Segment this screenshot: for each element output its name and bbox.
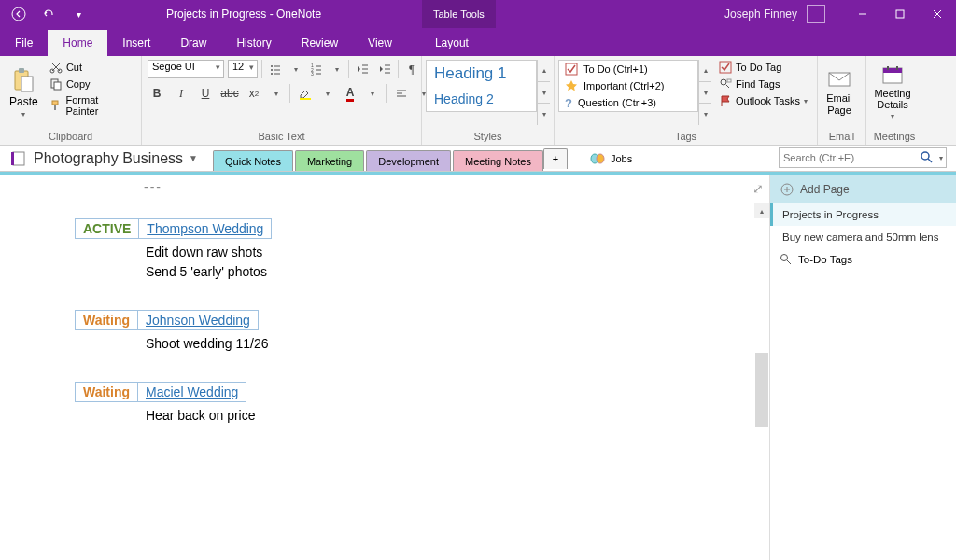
email-page-button[interactable]: Email Page [818, 56, 861, 129]
style-heading2[interactable]: Heading 2 [427, 86, 536, 111]
task-list[interactable]: Hear back on price [146, 406, 769, 426]
minimize-button[interactable] [844, 0, 881, 28]
tag-gallery[interactable]: To Do (Ctrl+1) Important (Ctrl+2) ? Ques… [558, 60, 698, 112]
font-size-select[interactable]: 12 [228, 60, 258, 78]
tab-history[interactable]: History [221, 30, 286, 56]
tag-todo[interactable]: To Do (Ctrl+1) [559, 61, 697, 77]
tag-question[interactable]: ? Question (Ctrl+3) [559, 94, 697, 111]
tag-important[interactable]: Important (Ctrl+2) [559, 77, 697, 94]
subscript-dropdown[interactable]: ▾ [269, 84, 284, 103]
outlook-tasks-button[interactable]: Outlook Tasks ▾ [717, 93, 809, 108]
section-tab[interactable]: Meeting Notes [453, 150, 543, 171]
todo-tags-page[interactable]: To-Do Tags [770, 248, 956, 271]
tab-insert[interactable]: Insert [107, 30, 165, 56]
project-link[interactable]: Thompson Wedding [147, 221, 263, 236]
close-button[interactable] [919, 0, 956, 28]
style-heading1[interactable]: Heading 1 [427, 61, 536, 86]
expand-icon[interactable]: ⤢ [752, 181, 764, 196]
font-color-button[interactable]: A [341, 84, 359, 103]
scroll-thumb[interactable] [755, 353, 768, 427]
todo-tag-button[interactable]: To Do Tag [717, 60, 809, 75]
scroll-up[interactable]: ▴ [754, 203, 769, 218]
project-link[interactable]: Maciel Wedding [146, 385, 238, 399]
task-line[interactable]: Send 5 'early' photos [146, 262, 769, 282]
indent-button[interactable] [375, 60, 394, 78]
project-link[interactable]: Johnson Wedding [146, 313, 250, 328]
task-line[interactable]: Shoot wedding 11/26 [146, 334, 769, 354]
search-box[interactable]: ▾ [779, 147, 947, 168]
tab-file[interactable]: File [0, 30, 48, 56]
italic-button[interactable]: I [172, 84, 190, 103]
user-name[interactable]: Joseph Finney [724, 7, 797, 21]
project-name-cell[interactable]: Maciel Wedding [138, 383, 246, 402]
project-status[interactable]: Waiting [76, 311, 138, 330]
page-item[interactable]: Buy new camera and 50mm lens [770, 226, 956, 248]
copy-button[interactable]: Copy [46, 77, 135, 91]
highlight-button[interactable] [296, 84, 315, 103]
task-line[interactable]: Hear back on price [146, 406, 769, 426]
format-painter-button[interactable]: Format Painter [46, 93, 135, 118]
tab-review[interactable]: Review [287, 30, 353, 56]
project-name-cell[interactable]: Johnson Wedding [138, 311, 259, 330]
maximize-button[interactable] [881, 0, 919, 28]
cut-button[interactable]: Cut [46, 60, 135, 75]
underline-button[interactable]: U [196, 84, 215, 103]
paragraph-mark-button[interactable]: ¶ [402, 60, 421, 78]
search-scope-dropdown[interactable]: ▾ [936, 154, 946, 162]
vertical-scrollbar[interactable]: ▴ [754, 203, 769, 560]
section-tab[interactable]: Development [366, 150, 451, 171]
subscript-button[interactable]: x2 [245, 84, 263, 103]
numbering-button[interactable]: 123 [307, 60, 326, 78]
qat-customize[interactable]: ▾ [67, 3, 90, 25]
bullets-button[interactable] [266, 60, 285, 78]
project-block[interactable]: WaitingJohnson WeddingShoot wedding 11/2… [75, 310, 769, 354]
font-color-dropdown[interactable]: ▾ [365, 84, 380, 103]
project-block[interactable]: WaitingMaciel WeddingHear back on price [75, 382, 769, 426]
project-table[interactable]: WaitingMaciel Wedding [75, 382, 246, 402]
numbering-dropdown[interactable]: ▾ [330, 60, 344, 78]
back-button[interactable] [7, 3, 30, 25]
bullets-dropdown[interactable]: ▾ [288, 60, 303, 78]
meeting-details-button[interactable]: Meeting Details ▾ [866, 56, 919, 129]
tab-view[interactable]: View [353, 30, 407, 56]
tab-home[interactable]: Home [48, 30, 107, 56]
outdent-button[interactable] [353, 60, 372, 78]
highlight-dropdown[interactable]: ▾ [320, 84, 335, 103]
section-tab[interactable]: Marketing [295, 150, 364, 171]
styles-gallery[interactable]: Heading 1 Heading 2 [426, 60, 537, 112]
tag-gallery-down[interactable]: ▾ [699, 82, 711, 105]
project-status[interactable]: ACTIVE [76, 219, 139, 239]
tab-layout[interactable]: Layout [420, 30, 484, 56]
task-list[interactable]: Edit down raw shotsSend 5 'early' photos [146, 243, 769, 282]
task-list[interactable]: Shoot wedding 11/26 [146, 334, 769, 354]
tab-draw[interactable]: Draw [165, 30, 221, 56]
align-button[interactable] [392, 84, 411, 103]
project-table[interactable]: WaitingJohnson Wedding [75, 310, 259, 330]
page-item[interactable]: Projects in Progress [770, 203, 956, 226]
jobs-link[interactable]: Jobs [590, 152, 632, 165]
add-section-button[interactable]: + [543, 148, 568, 169]
tag-gallery-more[interactable]: ▾ [699, 104, 711, 125]
strikethrough-button[interactable]: abc [220, 84, 239, 103]
bold-button[interactable]: B [148, 84, 166, 103]
account-icon[interactable] [807, 5, 825, 23]
find-tags-button[interactable]: Find Tags [717, 77, 809, 91]
search-icon[interactable] [920, 150, 935, 165]
search-input[interactable] [780, 152, 920, 163]
gallery-down[interactable]: ▾ [538, 82, 550, 105]
task-line[interactable]: Edit down raw shots [146, 243, 769, 262]
project-block[interactable]: ACTIVEThompson WeddingEdit down raw shot… [75, 218, 769, 282]
add-page-button[interactable]: Add Page [770, 175, 956, 203]
paste-button[interactable]: Paste ▾ [6, 60, 42, 125]
tag-gallery-up[interactable]: ▴ [699, 60, 711, 82]
project-name-cell[interactable]: Thompson Wedding [139, 219, 272, 239]
project-table[interactable]: ACTIVEThompson Wedding [75, 218, 272, 239]
container-handle[interactable]: --- [144, 179, 162, 194]
gallery-up[interactable]: ▴ [538, 60, 550, 82]
gallery-more[interactable]: ▾ [538, 104, 550, 125]
notebook-selector[interactable]: Photography Business ▼ [0, 149, 207, 168]
page-canvas[interactable]: --- ⤢ ACTIVEThompson WeddingEdit down ra… [0, 175, 769, 560]
undo-button[interactable] [37, 3, 60, 25]
font-select[interactable]: Segoe UI [148, 60, 224, 78]
section-tab[interactable]: Quick Notes [213, 150, 293, 171]
